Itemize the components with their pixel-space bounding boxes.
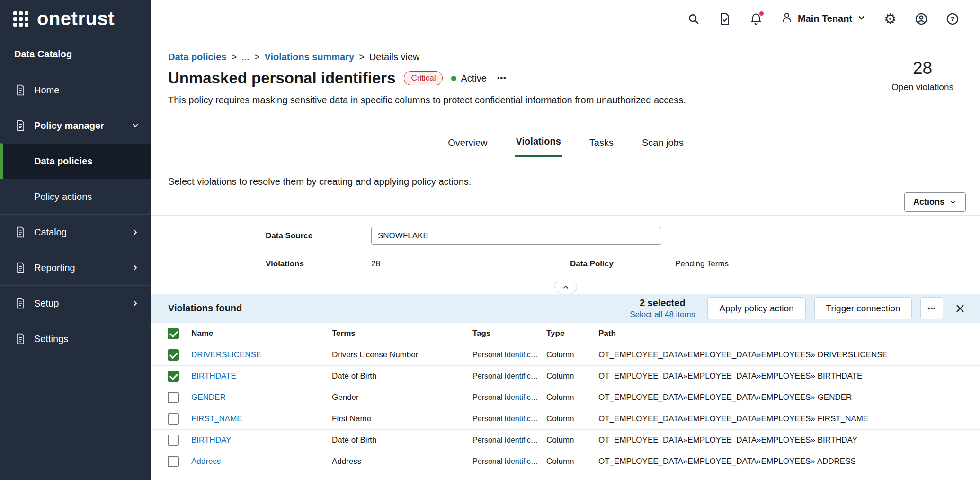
- search-icon[interactable]: [687, 12, 700, 26]
- violation-name-link[interactable]: DRIVERSLICENSE: [191, 350, 261, 359]
- table-row: BIRTHDATE Date of Birth Personal Identif…: [151, 366, 980, 387]
- sidebar-item-data-policies[interactable]: Data policies: [0, 143, 151, 179]
- topbar: Main Tenant ⚙ ?: [151, 0, 980, 37]
- path-cell: OT_EMPLOYEE_DATA»EMPLOYEE_DATA»EMPLOYEES…: [598, 435, 980, 445]
- sidebar-item-setup[interactable]: Setup: [0, 285, 151, 321]
- select-all-checkbox[interactable]: [168, 328, 179, 339]
- breadcrumb-separator: >: [254, 52, 260, 63]
- person-icon: [781, 11, 793, 26]
- toolbar-overflow-button[interactable]: •••: [920, 297, 943, 319]
- main-area: Main Tenant ⚙ ? Data policies > ... >: [151, 0, 980, 480]
- type-cell: Column: [546, 414, 598, 424]
- svg-text:?: ?: [951, 15, 955, 22]
- column-header-tags: Tags: [472, 329, 546, 338]
- terms-cell: First Name: [332, 414, 472, 424]
- table-header-row: Name Terms Tags Type Path: [151, 323, 980, 344]
- type-cell: Column: [546, 393, 598, 402]
- sidebar-item-catalog[interactable]: Catalog: [0, 214, 151, 250]
- status-indicator: Active: [451, 73, 486, 84]
- chevron-down-icon: [131, 121, 140, 130]
- selected-count: 2 selected: [630, 298, 695, 308]
- sidebar-item-label: Catalog: [34, 227, 67, 238]
- document-icon: [14, 333, 27, 345]
- data-source-input[interactable]: [371, 227, 661, 245]
- document-icon: [14, 119, 27, 132]
- table-row: GENDER Gender Personal Identificat... Co…: [151, 387, 980, 408]
- breadcrumb-collapsed[interactable]: ...: [241, 52, 249, 63]
- row-checkbox[interactable]: [168, 371, 179, 382]
- sidebar-item-label: Setup: [34, 298, 59, 309]
- document-icon: [14, 262, 27, 274]
- sidebar-item-home[interactable]: Home: [0, 72, 151, 108]
- account-icon[interactable]: [915, 12, 928, 26]
- apply-policy-action-button[interactable]: Apply policy action: [707, 297, 805, 319]
- trigger-connection-button[interactable]: Trigger connection: [814, 297, 912, 319]
- selection-summary: 2 selected Select all 48 items: [630, 298, 695, 319]
- column-header-name: Name: [191, 329, 332, 338]
- sidebar-item-label: Policy manager: [34, 120, 104, 131]
- type-cell: Column: [546, 371, 598, 381]
- row-checkbox[interactable]: [168, 392, 179, 403]
- product-label: Data Catalog: [0, 37, 151, 72]
- gear-icon[interactable]: ⚙: [884, 12, 897, 26]
- tags-cell: Personal Identificat...: [472, 457, 546, 466]
- tab-scan-jobs[interactable]: Scan jobs: [641, 137, 685, 157]
- terms-cell: Date of Birth: [332, 435, 472, 445]
- type-cell: Column: [546, 457, 598, 466]
- breadcrumb-data-policies[interactable]: Data policies: [168, 52, 226, 63]
- violation-name-link[interactable]: BIRTHDAY: [191, 435, 231, 444]
- tab-overview[interactable]: Overview: [446, 137, 489, 157]
- violation-name-link[interactable]: Address: [191, 457, 221, 466]
- path-cell: OT_EMPLOYEE_DATA»EMPLOYEE_DATA»EMPLOYEES…: [598, 414, 980, 424]
- chevron-up-icon: [561, 283, 570, 291]
- violation-name-link[interactable]: GENDER: [191, 393, 226, 402]
- tab-violations[interactable]: Violations: [515, 136, 562, 157]
- policy-description: This policy requires masking sensitive d…: [168, 95, 686, 106]
- sidebar-item-settings[interactable]: Settings: [0, 321, 151, 356]
- help-icon[interactable]: ?: [946, 12, 959, 26]
- chevron-right-icon: [131, 299, 140, 308]
- onetrust-logo[interactable]: onetrust: [0, 0, 151, 37]
- collapse-filters-button[interactable]: [554, 281, 577, 293]
- document-check-icon[interactable]: [718, 12, 731, 26]
- row-checkbox[interactable]: [168, 349, 179, 361]
- filter-panel: Data Source Violations 28 Data Policy Pe…: [151, 215, 980, 287]
- tags-cell: Personal Identificat...: [472, 372, 546, 380]
- sidebar-item-reporting[interactable]: Reporting: [0, 250, 151, 285]
- breadcrumb-violations-summary[interactable]: Violations summary: [264, 52, 354, 63]
- row-checkbox[interactable]: [168, 456, 179, 467]
- breadcrumb: Data policies > ... > Violations summary…: [168, 52, 686, 63]
- breadcrumb-separator: >: [359, 52, 365, 63]
- data-policy-value: Pending Terms: [675, 259, 729, 269]
- row-checkbox[interactable]: [168, 435, 179, 446]
- data-source-label: Data Source: [266, 231, 312, 241]
- row-checkbox[interactable]: [168, 413, 179, 425]
- close-icon[interactable]: [954, 303, 966, 314]
- violations-value: 28: [371, 259, 380, 269]
- overflow-menu-icon[interactable]: •••: [495, 74, 508, 82]
- table-row: BIRTHDAY Date of Birth Personal Identifi…: [151, 430, 980, 451]
- column-header-type: Type: [546, 329, 598, 338]
- actions-button-label: Actions: [913, 197, 944, 207]
- table-row: DRIVERSLICENSE Drivers License Number Pe…: [151, 344, 980, 366]
- logo-text: onetrust: [37, 8, 115, 29]
- sidebar-item-policy-actions[interactable]: Policy actions: [0, 179, 151, 214]
- violation-name-link[interactable]: BIRTHDATE: [191, 371, 236, 380]
- notifications-bell-icon[interactable]: [749, 12, 763, 26]
- document-icon: [14, 226, 27, 238]
- sidebar: onetrust Data Catalog Home Policy manage…: [0, 0, 151, 480]
- tab-tasks[interactable]: Tasks: [588, 137, 615, 157]
- tenant-selector[interactable]: Main Tenant: [781, 11, 866, 26]
- chevron-down-icon: [949, 199, 957, 206]
- notification-badge: [759, 11, 764, 16]
- path-cell: OT_EMPLOYEE_DATA»EMPLOYEE_DATA»EMPLOYEES…: [598, 393, 980, 402]
- select-all-link[interactable]: Select all 48 items: [630, 310, 695, 319]
- terms-cell: Address: [332, 457, 472, 466]
- violations-label: Violations: [266, 259, 304, 269]
- terms-cell: Drivers License Number: [332, 350, 472, 360]
- active-status-dot: [451, 76, 456, 81]
- actions-button[interactable]: Actions: [904, 192, 966, 212]
- tab-bar: Overview Violations Tasks Scan jobs: [151, 106, 980, 157]
- violation-name-link[interactable]: FIRST_NAME: [191, 414, 242, 423]
- sidebar-item-policy-manager[interactable]: Policy manager: [0, 108, 151, 143]
